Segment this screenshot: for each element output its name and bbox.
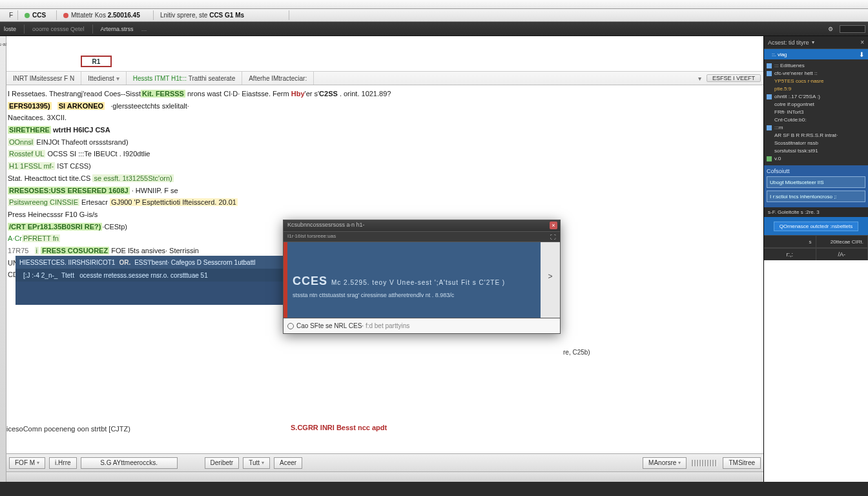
tab-3[interactable]: Mttatetr Kos 2.50016.45 (57, 10, 154, 20)
error-message: S.CGRR INRI Besst ncc apdt (291, 424, 387, 431)
panel-blank-area (764, 260, 868, 482)
tree-icon (767, 71, 772, 76)
tab-label: Lnitiv sprere, ste (160, 12, 207, 19)
toolbar-more[interactable]: … (138, 26, 151, 32)
search-dialog: Kcsubnncosssesrsoss a·n h1- × I1r·16ist … (283, 220, 561, 334)
panel-action: QOrnenasce outctedr :nsbettets (764, 217, 868, 235)
mini-cell[interactable]: 20ttecae CIRt. (816, 236, 869, 247)
button[interactable]: FOF M▾ (9, 457, 45, 469)
subtab[interactable]: Ittedienst▾ (81, 72, 127, 85)
segment-item[interactable]: /A- (816, 249, 869, 260)
toolbar-search-input[interactable] (840, 25, 865, 33)
grip-icon (692, 460, 718, 466)
tree-icon (767, 94, 772, 99)
segment-item[interactable]: r:,: (764, 249, 816, 260)
panel-form: Cofsoiutt Ubogt Mioettsceteer I!S I r:sc… (764, 165, 868, 207)
panel-title: Acsest: tid tityre (768, 39, 809, 46)
panel-tabs: ::. viag ⬇ (764, 49, 868, 59)
toolbar-item[interactable]: ooorre cessse Qetel (28, 26, 88, 32)
dialog-subheading: Mc 2.5295. teoy V Unee-sest ';A'tsut Fit… (331, 279, 505, 286)
tab-label: Mttatetr Kos (71, 12, 106, 19)
toolbar-item[interactable]: loste (0, 26, 20, 32)
button[interactable]: TMSitree (723, 457, 761, 469)
subtab[interactable]: Afterhe IMtracteciar: (242, 72, 314, 85)
status-bar (6, 471, 763, 482)
tab-label-suffix: 2.50016.45 (108, 12, 140, 19)
document-tab[interactable]: R1 (81, 56, 112, 67)
download-icon[interactable]: ⬇ (859, 51, 864, 58)
toolbar-gear-icon[interactable]: ⚙ (824, 26, 837, 32)
panel-tab[interactable]: ::. viag (768, 52, 791, 57)
close-icon[interactable]: × (550, 222, 557, 229)
selection-text: HIESSSETCES. IIRSHSIRICOT1 (19, 259, 115, 266)
selection-text: [:J :-4 2_n-_ (23, 272, 57, 279)
subtab-dropdown-icon[interactable]: ▾ (694, 75, 707, 82)
dialog-titlebar[interactable]: Kcsubnncosssesrsoss a·n h1- × (284, 220, 560, 232)
panel-segment: r:,: /A- (764, 248, 868, 260)
dialog-heading: CCES (293, 274, 327, 287)
chevron-down-icon[interactable]: ▾ (812, 39, 814, 45)
panel-header[interactable]: Acsest: tid tityre ▾ × (764, 36, 868, 49)
selection-text: Ttett (61, 272, 74, 279)
tab-4[interactable]: Lnitiv sprere, ste CCS G1 Ms (154, 10, 289, 20)
subtab-right-button[interactable]: ESFSE I VEEFT (707, 74, 761, 82)
form-input[interactable]: Ubogt Mioettsceteer I!S (767, 176, 865, 188)
tab-label: F (9, 12, 13, 19)
toolbar: loste ooorre cessse Qetel Arterna.strss … (0, 22, 868, 36)
tab-label: CCS (32, 12, 46, 19)
button[interactable]: Aceer (274, 457, 302, 469)
selection-or: OR. (119, 259, 130, 266)
panel-mini-row: s 20ttecae CIRt. (764, 235, 868, 248)
tab-icon (63, 13, 68, 18)
panel-tree[interactable]: ::: Edittuenes cfc-vre'nerer hett :: YP5… (764, 59, 868, 165)
trailing-text: re, C25b) (563, 349, 590, 356)
footer-text: icesoComn poceneng oon strtbt [CJTZ) (6, 425, 130, 433)
tab-1[interactable]: F (0, 10, 18, 20)
button[interactable]: Tutt▾ (243, 457, 270, 469)
search-input-text: Cao SFte se NRL CES· (296, 322, 364, 329)
dialog-side: > (541, 242, 560, 318)
browser-tabs: F CCS Mttatetr Kos 2.50016.45 Lnitiv spr… (0, 9, 868, 22)
tab-label-suffix: CCS G1 Ms (209, 12, 244, 19)
search-input-hint: f:d bet parttyins (366, 322, 409, 329)
dialog-content: CCESMc 2.5295. teoy V Unee-sest ';A'tsut… (287, 242, 541, 318)
button[interactable]: Deribetr (205, 457, 240, 469)
dialog-ribbon-text: I1r·16ist torsreee:uas (287, 233, 336, 239)
search-icon (287, 323, 294, 329)
button[interactable]: i.Hrre (49, 457, 76, 469)
dialog-title: Kcsubnncosssesrsoss a·n h1- (287, 222, 365, 228)
tree-icon (767, 156, 772, 161)
panel-small-text: s-F. Goleitcite s :2re. 3 (764, 207, 868, 217)
dialog-ribbon: I1r·16ist torsreee:uas ⛶ (284, 232, 560, 242)
action-button[interactable]: QOrnenasce outctedr :nsbettets (774, 222, 858, 231)
maximize-icon[interactable]: ⛶ (550, 234, 556, 240)
form-input[interactable]: I r:sctioi tncs inhentoncroso ;: (767, 191, 865, 202)
tab-icon (25, 13, 30, 18)
mini-cell[interactable]: s (764, 236, 816, 247)
window-titlebar (0, 0, 868, 9)
selection-text: ocesste rretesss.sessee rnsr.o. corstttu… (79, 272, 207, 279)
selection-text: D Sesscrorn 1utbattl (197, 259, 256, 266)
right-panel: Acsest: tid tityre ▾ × ::. viag ⬇ ::: Ed… (763, 36, 868, 482)
button[interactable]: MAnorsre▾ (643, 457, 687, 469)
toolbar-item[interactable]: Arterna.strss (97, 26, 138, 32)
dialog-search-input[interactable]: Cao SFte se NRL CES· f:d bet parttyins (284, 318, 560, 333)
subtab[interactable]: Hessts ITMT H1t::: Tratthi seaterate (127, 72, 242, 85)
main-content: R1 INRT IMsitessesr F N Ittedienst▾ Hess… (6, 36, 763, 482)
tab-2[interactable]: CCS (18, 10, 57, 20)
subtab[interactable]: INRT IMsitessesr F N (6, 72, 81, 85)
sub-toolbar: INRT IMsitessesr F N Ittedienst▾ Hessts … (6, 71, 763, 85)
chevron-right-icon[interactable]: > (548, 272, 552, 281)
left-gutter: s·af (0, 36, 6, 482)
selection-text: ESS'I'besnt· Cafegos (134, 259, 195, 266)
button[interactable]: S.G AYttmeeroccks. (81, 457, 178, 469)
dialog-description: stssta ntn cttstuastst srag' ciressinse … (293, 292, 535, 298)
tree-icon (767, 63, 772, 68)
form-title: Cofsoiutt (767, 168, 865, 174)
tree-icon (767, 125, 772, 130)
bottom-bar: FOF M▾ i.Hrre S.G AYttmeeroccks. Deribet… (6, 453, 763, 471)
close-icon[interactable]: × (860, 39, 864, 46)
